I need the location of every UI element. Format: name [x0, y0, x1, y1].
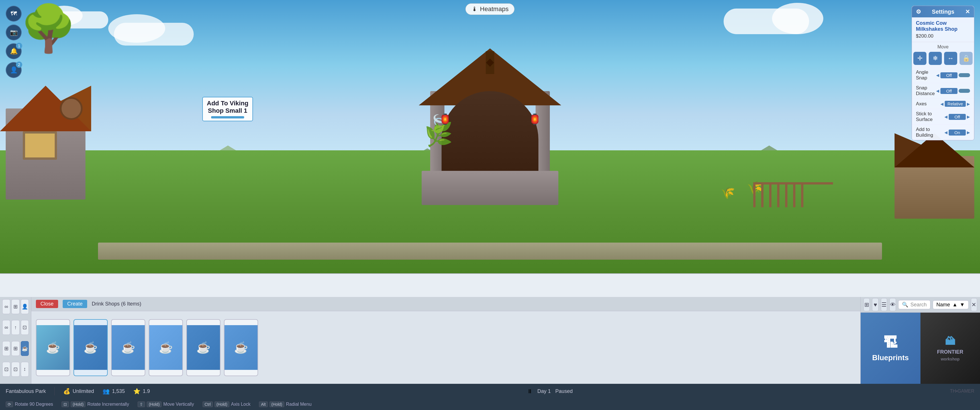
- filter-btn-10[interactable]: ⊡: [2, 362, 10, 377]
- settings-item-price: $200.00: [912, 33, 974, 42]
- angle-snap-label: Angle Snap: [916, 70, 936, 81]
- angle-snap-value: Off: [940, 72, 958, 78]
- paused-label: Paused: [555, 388, 573, 394]
- rotate-inc-hold-key: (Hold): [71, 402, 86, 407]
- camera-button[interactable]: 📷: [6, 24, 22, 40]
- stick-to-surface-value: Off: [949, 114, 966, 120]
- rotate90-label: Rotate 90 Degrees: [15, 402, 53, 407]
- toolbar-rotate-inc: ⊡ (Hold) Rotate Incrementally: [62, 402, 129, 407]
- building-right-arrow[interactable]: ▶: [967, 130, 970, 135]
- close-search-button[interactable]: ✕: [971, 298, 977, 311]
- stick-to-surface-row: Stick to Surface ◀ Off ▶: [912, 109, 974, 124]
- filter-btn-3[interactable]: 👤: [21, 299, 29, 314]
- rating-icon: ⭐: [133, 388, 140, 395]
- filter-btn-7[interactable]: ⊞: [2, 341, 10, 356]
- profile-button[interactable]: 👤 2: [6, 62, 22, 78]
- park-name-item: Fantabulous Park: [6, 388, 46, 394]
- frontier-label: FRONTIER: [937, 349, 963, 355]
- item-card-5[interactable]: ☕: [186, 319, 221, 376]
- item-card-1[interactable]: ☕: [36, 319, 70, 376]
- create-button[interactable]: Create: [63, 300, 87, 308]
- axes-control[interactable]: ◀ Relative ▶: [940, 101, 970, 107]
- money-item: 💰 Unlimited: [63, 388, 94, 395]
- sort-dropdown[interactable]: Name ▲ ▼: [933, 300, 969, 309]
- item-card-2[interactable]: ☕: [73, 319, 108, 376]
- filter-btn-8[interactable]: ⊞: [11, 341, 19, 356]
- breadcrumb: Drink Shops (6 Items): [92, 301, 141, 307]
- item-card-4[interactable]: ☕: [149, 319, 183, 376]
- filter-btn-5[interactable]: ↑: [11, 320, 19, 335]
- side-buttons: 🏗 Blueprints 🏔 FRONTIER workshop: [861, 313, 980, 384]
- guests-count: 1,535: [112, 388, 125, 394]
- item-card-3[interactable]: ☕: [111, 319, 145, 376]
- snap-distance-slider[interactable]: [959, 89, 970, 93]
- axes-left-arrow[interactable]: ◀: [940, 102, 943, 106]
- stick-to-surface-control[interactable]: ◀ Off ▶: [944, 114, 970, 120]
- item-card-img-2: ☕: [74, 325, 107, 370]
- notification-button[interactable]: 🔔 1: [6, 43, 22, 59]
- bottom-toolbar: ⟳ Rotate 90 Degrees ⊡ (Hold) Rotate Incr…: [0, 399, 980, 410]
- left-sidebar: 🗺 📷 🔔 1 👤 2: [6, 6, 22, 78]
- toolbar-rotate90: ⟳ Rotate 90 Degrees: [6, 402, 53, 407]
- toolbar-radial-menu: Alt (Hold) Radial Menu: [259, 402, 311, 407]
- map-button[interactable]: 🗺: [6, 6, 22, 22]
- filter-btn-11[interactable]: ⊡: [11, 362, 19, 377]
- snap-distance-left-arrow[interactable]: ◀: [936, 89, 939, 93]
- move-all-button[interactable]: ✛: [913, 52, 926, 65]
- angle-snap-slider[interactable]: [959, 73, 970, 77]
- item-grid-area: ∞ ⊞ 👤 ∞ ↑ ⊡ ⊞ ⊞ ☕ ⊡ ⊡ ↕ Close Create Dri…: [0, 297, 980, 384]
- item-card-6[interactable]: ☕: [224, 319, 258, 376]
- park-name: Fantabulous Park: [6, 388, 46, 394]
- pause-icon: ⏸: [527, 388, 533, 395]
- filter-btn-9[interactable]: ☕: [21, 341, 29, 356]
- filter-btn-1[interactable]: ∞: [2, 299, 10, 314]
- angle-snap-control[interactable]: ◀ Off: [936, 72, 970, 78]
- filter-btn-4[interactable]: ∞: [2, 320, 10, 335]
- stick-to-surface-label: Stick to Surface: [916, 111, 944, 122]
- building-center: 🌿 🍃 🏮 🏮: [419, 46, 561, 205]
- filter-btn-2[interactable]: ⊞: [11, 299, 19, 314]
- filter-btn-12[interactable]: ↕: [21, 362, 29, 377]
- axes-row: Axes ◀ Relative ▶: [912, 99, 974, 109]
- stick-left-arrow[interactable]: ◀: [944, 114, 948, 119]
- add-to-building-value: On: [949, 130, 966, 135]
- settings-gear-icon: ⚙: [916, 8, 921, 15]
- add-to-building-label: Add to Building: [916, 127, 944, 138]
- toolbar-move-vert: ⇧ (Hold) Move Vertically: [138, 402, 194, 407]
- list-view-button[interactable]: ☰: [881, 298, 887, 311]
- favorites-button[interactable]: ♥: [872, 298, 878, 311]
- stick-right-arrow[interactable]: ▶: [967, 114, 970, 119]
- sort-up-arrow: ▲: [952, 302, 958, 308]
- blueprints-button[interactable]: 🏗 Blueprints: [861, 313, 920, 384]
- heatmaps-button[interactable]: 🌡 Heatmaps: [466, 3, 514, 15]
- snap-distance-control[interactable]: ◀ Off: [936, 88, 970, 94]
- move-lock-button[interactable]: 🔒: [959, 52, 973, 65]
- axis-lock-hold-key: (Hold): [215, 402, 229, 407]
- toolbar-axis-lock: Ctrl (Hold) Axis Lock: [202, 402, 250, 407]
- snap-distance-label: Snap Distance: [916, 85, 936, 97]
- close-button[interactable]: Close: [36, 300, 58, 308]
- guests-icon: 👥: [103, 388, 110, 395]
- move-arrows-button[interactable]: ↔: [944, 52, 957, 65]
- settings-close-button[interactable]: ✕: [965, 8, 970, 15]
- search-box[interactable]: 🔍 Search: [898, 300, 931, 309]
- add-to-building-control[interactable]: ◀ On ▶: [944, 130, 970, 135]
- angle-snap-row: Angle Snap ◀ Off: [912, 67, 974, 83]
- filter-button[interactable]: 👁: [889, 298, 896, 311]
- building-left-arrow[interactable]: ◀: [944, 130, 948, 135]
- filter-btn-6[interactable]: ⊡: [21, 320, 29, 335]
- angle-snap-left-arrow[interactable]: ◀: [936, 73, 939, 78]
- game-viewport: 🌳 🌿 🍃 🏮 🏮: [0, 0, 980, 273]
- move-freeze-button[interactable]: ❄: [929, 52, 942, 65]
- axes-right-arrow[interactable]: ▶: [967, 102, 970, 106]
- axis-lock-key: Ctrl: [202, 402, 213, 407]
- view-grid-button[interactable]: ⊞: [864, 298, 870, 311]
- camera-icon: 📷: [10, 29, 18, 36]
- notification-icon: 🔔: [10, 48, 18, 55]
- radial-menu-key: Alt: [259, 402, 267, 407]
- frontier-workshop-button[interactable]: 🏔 FRONTIER workshop: [920, 313, 980, 384]
- item-list: Close Create Drink Shops (6 Items) ☕ ☕ ☕…: [31, 297, 860, 384]
- building-right: [894, 139, 980, 219]
- settings-item-name: Cosmic Cow Milkshakes Shop: [912, 17, 974, 33]
- status-bar: Fantabulous Park 💰 Unlimited 👥 1,535 ⭐ 1…: [0, 384, 980, 399]
